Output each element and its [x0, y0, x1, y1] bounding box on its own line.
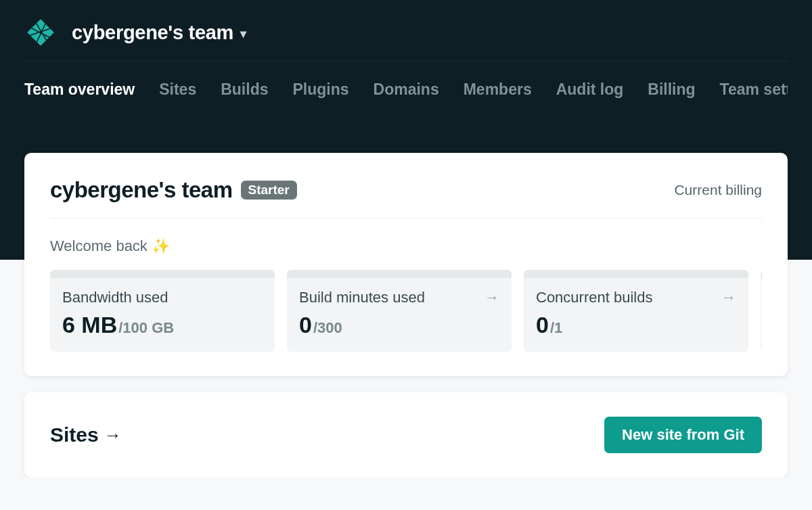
arrow-right-icon: → [721, 289, 736, 306]
stat-value: 0/1 [536, 312, 736, 338]
chevron-down-icon: ▾ [240, 26, 246, 41]
arrow-right-icon: → [104, 425, 122, 446]
nav-sites[interactable]: Sites [159, 80, 196, 99]
stat-label: Concurrent builds [536, 289, 652, 306]
nav-builds[interactable]: Builds [221, 80, 268, 99]
overview-card: cybergene's team Starter Current billing… [24, 153, 788, 376]
netlify-logo-icon[interactable] [24, 16, 57, 49]
sparkle-icon: ✨ [152, 237, 170, 254]
stat-build-minutes[interactable]: Build minutes used → 0/300 [287, 270, 512, 352]
nav-domains[interactable]: Domains [374, 80, 439, 99]
nav-members[interactable]: Members [464, 80, 532, 99]
nav-team-overview[interactable]: Team overview [24, 80, 135, 99]
nav-audit-log[interactable]: Audit log [556, 80, 624, 99]
stat-bandwidth[interactable]: Bandwidth used 6 MB/100 GB [50, 270, 275, 352]
stat-value: 0/300 [299, 312, 499, 338]
plan-badge: Starter [241, 181, 297, 200]
page-title: cybergene's team [50, 177, 233, 203]
welcome-text: Welcome back ✨ [50, 237, 762, 255]
stat-members[interactable]: Members 1 [761, 270, 762, 352]
nav-plugins[interactable]: Plugins [292, 80, 348, 99]
stat-value: 6 MB/100 GB [62, 312, 263, 338]
sites-card: Sites → New site from Git [24, 392, 788, 478]
team-name: cybergene's team [72, 22, 233, 44]
stat-concurrent-builds[interactable]: Concurrent builds → 0/1 [524, 270, 748, 352]
team-switcher[interactable]: cybergene's team ▾ [72, 22, 246, 44]
nav-team-settings[interactable]: Team settings [720, 80, 788, 99]
new-site-button[interactable]: New site from Git [604, 417, 762, 453]
stat-label: Bandwidth used [62, 289, 168, 306]
sites-heading-link[interactable]: Sites → [50, 423, 122, 446]
nav-billing[interactable]: Billing [648, 80, 695, 99]
arrow-right-icon: → [484, 289, 499, 306]
billing-period-link[interactable]: Current billing [674, 182, 762, 198]
main-nav: Team overview Sites Builds Plugins Domai… [24, 61, 788, 99]
stat-label: Build minutes used [299, 289, 425, 306]
